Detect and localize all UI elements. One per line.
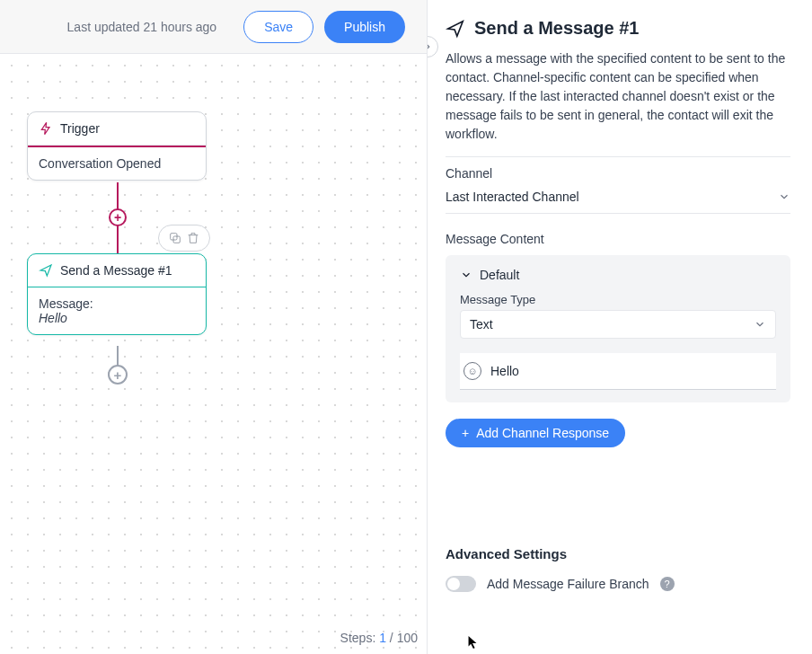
steps-label: Steps: bbox=[340, 631, 376, 645]
message-type-label: Message Type bbox=[460, 293, 776, 306]
steps-total: 100 bbox=[397, 631, 418, 645]
channel-select[interactable]: Last Interacted Channel bbox=[446, 184, 790, 214]
message-node[interactable]: Send a Message #1 Message: Hello bbox=[27, 253, 207, 335]
message-node-header: Send a Message #1 bbox=[28, 254, 206, 287]
publish-button[interactable]: Publish bbox=[324, 11, 405, 43]
panel-title-text: Send a Message #1 bbox=[474, 18, 639, 39]
message-input[interactable]: ☺ Hello bbox=[460, 353, 776, 390]
default-toggle[interactable]: Default bbox=[460, 268, 776, 282]
steps-counter: Steps: 1 / 100 bbox=[340, 631, 418, 645]
bolt-icon bbox=[39, 121, 53, 136]
trigger-node[interactable]: Trigger Conversation Opened bbox=[27, 111, 207, 181]
add-channel-response-button[interactable]: + Add Channel Response bbox=[446, 419, 625, 447]
collapse-panel-button[interactable] bbox=[427, 36, 438, 57]
add-step-button[interactable]: + bbox=[109, 208, 127, 226]
failure-branch-label: Add Message Failure Branch bbox=[487, 577, 649, 591]
trigger-body: Conversation Opened bbox=[28, 147, 206, 180]
add-channel-label: Add Channel Response bbox=[476, 426, 609, 440]
chevron-down-icon bbox=[460, 269, 472, 281]
trigger-title: Trigger bbox=[60, 121, 100, 136]
config-panel: Send a Message #1 Allows a message with … bbox=[427, 0, 812, 654]
send-icon bbox=[446, 19, 465, 39]
add-step-tail-button[interactable]: + bbox=[108, 365, 128, 384]
trigger-header: Trigger bbox=[28, 112, 206, 146]
workflow-canvas[interactable]: Trigger Conversation Opened + Send a Mes… bbox=[0, 54, 427, 654]
top-bar: Last updated 21 hours ago Save Publish bbox=[0, 0, 427, 54]
copy-icon[interactable] bbox=[168, 231, 182, 245]
chevron-down-icon bbox=[754, 318, 766, 331]
panel-description: Allows a message with the specified cont… bbox=[446, 49, 790, 144]
failure-branch-toggle[interactable] bbox=[446, 576, 476, 592]
advanced-settings-heading: Advanced Settings bbox=[446, 546, 790, 561]
message-content-label: Message Content bbox=[446, 232, 790, 246]
save-button[interactable]: Save bbox=[243, 11, 313, 43]
divider bbox=[446, 156, 790, 157]
message-type-value: Text bbox=[470, 317, 493, 331]
failure-branch-row: Add Message Failure Branch ? bbox=[446, 576, 790, 592]
send-icon bbox=[39, 263, 53, 278]
chevron-right-icon bbox=[427, 40, 434, 53]
node-actions bbox=[158, 225, 210, 252]
message-label: Message: bbox=[39, 296, 195, 311]
channel-label: Channel bbox=[446, 166, 790, 181]
chevron-down-icon bbox=[778, 190, 790, 203]
message-value: Hello bbox=[39, 311, 195, 325]
steps-current: 1 bbox=[379, 631, 386, 645]
message-type-select[interactable]: Text bbox=[460, 310, 776, 339]
steps-sep: / bbox=[386, 631, 397, 645]
message-text: Hello bbox=[490, 364, 519, 378]
emoji-icon[interactable]: ☺ bbox=[463, 362, 481, 380]
default-label: Default bbox=[480, 268, 519, 282]
plus-icon: + bbox=[462, 426, 469, 440]
panel-title: Send a Message #1 bbox=[446, 18, 790, 39]
message-node-body: Message: Hello bbox=[28, 287, 206, 334]
default-panel: Default Message Type Text ☺ Hello bbox=[446, 255, 790, 402]
trash-icon[interactable] bbox=[186, 231, 200, 245]
last-updated-text: Last updated 21 hours ago bbox=[67, 20, 217, 34]
help-icon[interactable]: ? bbox=[660, 577, 675, 591]
channel-value: Last Interacted Channel bbox=[446, 190, 579, 204]
message-node-title: Send a Message #1 bbox=[60, 263, 172, 278]
